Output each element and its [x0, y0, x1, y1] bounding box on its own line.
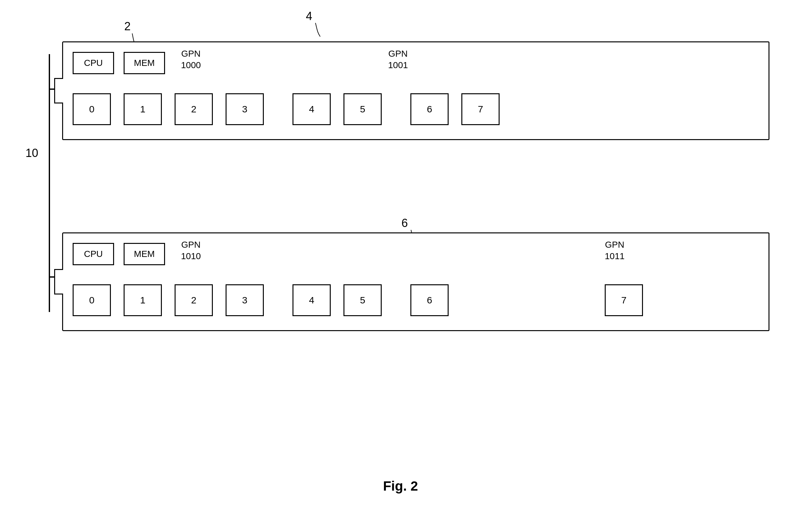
node-4-board2: 4	[292, 284, 331, 316]
figure-caption: Fig. 2	[383, 478, 418, 494]
node-5-board1: 5	[344, 93, 382, 125]
node-3-board1: 3	[225, 93, 264, 125]
node-1-board2: 1	[124, 284, 162, 316]
node-1-board1: 1	[124, 93, 162, 125]
ref-label-4: 4	[306, 10, 312, 23]
mem-box-2: MEM	[124, 243, 165, 265]
gpn-1000-label: GPN 1000	[181, 48, 201, 71]
mem-box-1: MEM	[124, 52, 165, 74]
ref-label-6: 6	[401, 216, 408, 230]
cpu-box-2: CPU	[73, 243, 114, 265]
cpu-box-1: CPU	[73, 52, 114, 74]
node-2-board2: 2	[175, 284, 213, 316]
ref-label-2: 2	[124, 20, 131, 33]
node-0-board2: 0	[73, 284, 111, 316]
node-4-board1: 4	[292, 93, 331, 125]
board-2: CPU MEM GPN 1010 GPN 1011 0 1 2 3 4 5 6 …	[62, 232, 769, 331]
node-0-board1: 0	[73, 93, 111, 125]
node-7-board1: 7	[461, 93, 499, 125]
node-3-board2: 3	[225, 284, 264, 316]
board-2-tab	[54, 269, 63, 294]
gpn-1011-label: GPN 1011	[605, 239, 624, 262]
gpn-1010-label: GPN 1010	[181, 239, 201, 262]
node-5-board2: 5	[344, 284, 382, 316]
board-1: CPU MEM GPN 1000 GPN 1001 0 1 2 3 4 5 6 …	[62, 41, 769, 140]
node-6-board2: 6	[411, 284, 449, 316]
ref-label-10: 10	[25, 147, 38, 160]
node-7-board2: 7	[605, 284, 643, 316]
node-2-board1: 2	[175, 93, 213, 125]
board-1-tab	[54, 78, 63, 103]
gpn-1001-label: GPN 1001	[388, 48, 408, 71]
node-6-board1: 6	[411, 93, 449, 125]
